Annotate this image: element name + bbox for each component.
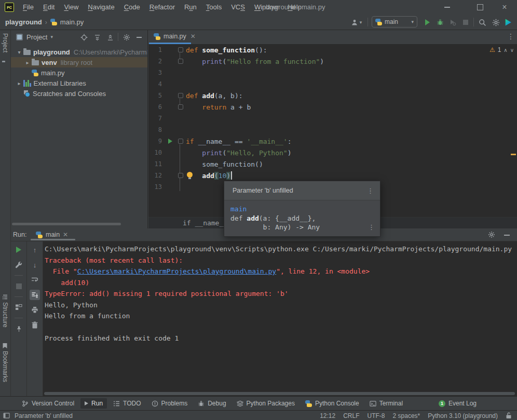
print-icon[interactable] — [30, 305, 40, 315]
maximize-button[interactable] — [471, 0, 489, 15]
line-number[interactable]: 13 — [148, 183, 164, 191]
toolwindow-button-python-packages[interactable]: Python Packages — [233, 398, 299, 409]
stripe-structure-label[interactable]: Structure — [2, 302, 9, 328]
inspection-widget[interactable]: ⚠ 1 ∧ ∨ — [489, 46, 514, 53]
project-settings-gear-icon[interactable] — [122, 33, 131, 42]
line-number[interactable]: 7 — [148, 115, 164, 122]
hide-run-window-icon[interactable] — [504, 235, 510, 236]
line-number[interactable]: 1 — [148, 46, 164, 53]
indent-setting[interactable]: 2 spaces* — [393, 412, 420, 419]
prev-problem-icon[interactable]: ∧ — [504, 47, 507, 53]
tree-item-scratches-and-consoles[interactable]: Scratches and Consoles — [11, 88, 147, 99]
tree-item-venv[interactable]: ▸venvlibrary root — [11, 57, 147, 67]
popup-kebab-icon[interactable]: ⋮ — [368, 223, 375, 232]
gutter-run-icon[interactable] — [164, 139, 176, 144]
fold-marker-icon[interactable] — [176, 173, 185, 178]
menu-view[interactable]: View — [59, 0, 83, 15]
run-tab-close-icon[interactable]: ✕ — [63, 231, 68, 238]
chevron-down-icon[interactable]: ▾ — [50, 34, 53, 39]
debug-button[interactable] — [434, 17, 446, 28]
run-with-coverage-icon[interactable] — [447, 17, 458, 28]
collapse-all-icon[interactable] — [105, 33, 115, 42]
tree-item-external-libraries[interactable]: ▸External Libraries — [11, 78, 147, 88]
line-number[interactable]: 4 — [148, 80, 164, 88]
chevron-down-icon[interactable]: ▾ — [15, 49, 23, 55]
menu-edit[interactable]: Edit — [38, 0, 59, 15]
event-log-button[interactable]: 1 Event Log — [439, 400, 477, 407]
menu-code[interactable]: Code — [119, 0, 145, 15]
line-number[interactable]: 5 — [148, 92, 164, 99]
fold-marker-icon[interactable] — [176, 47, 185, 52]
toolwindow-button-debug[interactable]: Debug — [194, 398, 230, 409]
scroll-to-end-icon[interactable] — [30, 290, 40, 300]
clear-console-trash-icon[interactable] — [30, 320, 40, 330]
stripe-bookmarks-label[interactable]: Bookmarks — [2, 351, 9, 382]
run-console[interactable]: C:\Users\marki\PycharmProjects\playgroun… — [43, 241, 517, 396]
menu-file[interactable]: File — [18, 0, 38, 15]
user-account-icon[interactable]: ▾ — [351, 17, 362, 28]
restore-layout-icon[interactable] — [13, 302, 24, 313]
menu-navigate[interactable]: Navigate — [83, 0, 119, 15]
status-message[interactable]: Parameter 'b' unfilled — [15, 412, 73, 419]
tree-item-playground[interactable]: ▾playgroundC:\Users\marki\PycharmProje — [11, 47, 147, 57]
python-interpreter[interactable]: Python 3.10 (playground) — [428, 412, 498, 419]
line-number[interactable]: 3 — [148, 69, 164, 76]
run-settings-gear-icon[interactable] — [488, 231, 495, 240]
stripe-project-label[interactable]: Project — [2, 33, 9, 52]
locate-file-icon[interactable] — [79, 33, 89, 42]
line-number[interactable]: 9 — [148, 138, 164, 145]
popup-options-kebab-icon[interactable]: ⋮ — [367, 187, 374, 195]
toolwindow-button-run[interactable]: Run — [80, 398, 107, 409]
console-horizontal-scrollbar[interactable] — [44, 392, 515, 395]
structure-stripe-icon[interactable] — [2, 294, 8, 302]
toolwindow-button-python-console[interactable]: Python Console — [301, 398, 363, 409]
ide-features-icon[interactable] — [502, 17, 514, 28]
fold-marker-icon[interactable] — [176, 139, 185, 144]
run-configuration-select[interactable]: main ▾ — [372, 16, 417, 28]
file-encoding[interactable]: UTF-8 — [368, 412, 385, 419]
menu-vcs[interactable]: VCS — [226, 0, 250, 15]
tab-main-py[interactable]: main.py ✕ — [149, 30, 200, 43]
next-problem-icon[interactable]: ∨ — [510, 47, 514, 53]
expand-all-icon[interactable] — [92, 33, 102, 42]
soft-wrap-icon[interactable] — [30, 275, 40, 285]
chevron-right-icon[interactable]: ▸ — [23, 60, 32, 65]
hide-tool-window-icon[interactable] — [134, 33, 144, 42]
toolwindow-button-todo[interactable]: TODO — [109, 398, 145, 409]
project-view-title[interactable]: Project — [26, 33, 47, 41]
line-number[interactable]: 11 — [148, 160, 164, 168]
up-stack-trace-icon[interactable]: ↑ — [30, 245, 40, 255]
minimize-button[interactable] — [438, 0, 456, 15]
down-stack-trace-icon[interactable]: ↓ — [30, 260, 40, 270]
toolwindow-button-version-control[interactable]: Version Control — [18, 398, 78, 409]
line-number[interactable]: 12 — [148, 172, 164, 179]
editor-options-kebab-icon[interactable]: ⋮ — [507, 32, 514, 40]
tab-close-icon[interactable]: ✕ — [191, 33, 196, 40]
traceback-file-link[interactable]: C:\Users\marki\PycharmProjects\playgroun… — [77, 267, 277, 275]
search-everywhere-icon[interactable] — [477, 17, 488, 28]
toolwindow-button-terminal[interactable]: Terminal — [365, 398, 407, 409]
line-number[interactable]: 10 — [148, 149, 164, 156]
line-ending[interactable]: CRLF — [343, 412, 359, 419]
settings-gear-icon[interactable] — [490, 17, 501, 28]
rerun-button[interactable] — [13, 245, 24, 255]
stop-button[interactable] — [13, 281, 24, 291]
menu-refactor[interactable]: Refactor — [145, 0, 180, 15]
fold-marker-icon[interactable] — [176, 93, 185, 98]
fold-marker-icon[interactable] — [176, 59, 185, 64]
line-number[interactable]: 8 — [148, 126, 164, 133]
run-button[interactable] — [421, 17, 433, 28]
edit-configuration-wrench-icon[interactable] — [13, 260, 24, 270]
cursor-position[interactable]: 12:12 — [320, 412, 335, 419]
chevron-right-icon[interactable]: ▸ — [15, 80, 23, 86]
fold-marker-icon[interactable] — [176, 104, 185, 110]
warning-stripe-mark[interactable] — [511, 154, 516, 155]
readonly-lock-icon[interactable] — [506, 412, 512, 419]
line-number[interactable]: 6 — [148, 103, 164, 111]
stop-button[interactable] — [460, 17, 471, 28]
pin-tab-icon[interactable] — [13, 323, 24, 334]
intention-bulb-icon[interactable] — [187, 172, 193, 179]
line-number[interactable]: 2 — [148, 58, 164, 65]
bookmarks-stripe-icon[interactable] — [2, 343, 8, 350]
menu-tools[interactable]: Tools — [201, 0, 226, 15]
